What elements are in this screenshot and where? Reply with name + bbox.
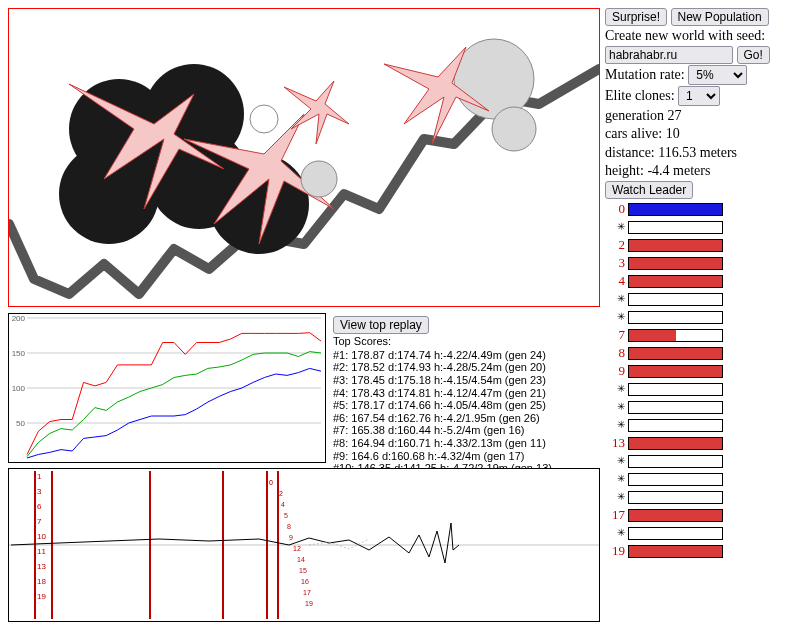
population-row: ✳ xyxy=(605,399,790,417)
new-population-button[interactable]: New Population xyxy=(671,8,769,26)
svg-text:16: 16 xyxy=(301,578,309,585)
population-index: 7 xyxy=(605,327,625,343)
population-row: ✳ xyxy=(605,291,790,309)
svg-text:7: 7 xyxy=(37,517,42,526)
seed-input[interactable] xyxy=(605,46,733,64)
population-health-bar xyxy=(628,293,723,306)
elite-label: Elite clones: xyxy=(605,88,675,103)
distance-value: 116.53 xyxy=(658,145,696,160)
top-score-line: #9: 164.6 d:160.68 h:-4.32/4m (gen 17) xyxy=(333,450,552,463)
population-row: 8 xyxy=(605,345,790,363)
population-health-bar xyxy=(628,383,723,396)
view-top-replay-button[interactable]: View top replay xyxy=(333,316,429,334)
top-score-line: #6: 167.54 d:162.76 h:-4.2/1.95m (gen 26… xyxy=(333,412,552,425)
generation-value: 27 xyxy=(668,108,682,123)
population-index: 4 xyxy=(605,273,625,289)
svg-point-11 xyxy=(492,107,536,151)
population-index: 3 xyxy=(605,255,625,271)
top-scores-header: Top Scores: xyxy=(333,335,552,348)
population-row: ✳ xyxy=(605,525,790,543)
population-row: 13 xyxy=(605,435,790,453)
surprise-button[interactable]: Surprise! xyxy=(605,8,667,26)
mutation-select[interactable]: 0%1%2%5%10%20%50%100% xyxy=(688,65,747,85)
population-dead-icon: ✳ xyxy=(605,527,625,540)
population-health-bar xyxy=(628,455,723,468)
top-score-line: #5: 178.17 d:174.66 h:-4.05/4.48m (gen 2… xyxy=(333,399,552,412)
population-index: 8 xyxy=(605,345,625,361)
population-row: 4 xyxy=(605,273,790,291)
svg-text:9: 9 xyxy=(289,534,293,541)
svg-text:150: 150 xyxy=(12,349,26,358)
mutation-label: Mutation rate: xyxy=(605,67,685,82)
population-health-bar xyxy=(628,257,723,270)
population-dead-icon: ✳ xyxy=(605,401,625,414)
population-index: 17 xyxy=(605,507,625,523)
population-row: 9 xyxy=(605,363,790,381)
svg-text:6: 6 xyxy=(37,502,42,511)
watch-leader-button[interactable]: Watch Leader xyxy=(605,181,693,199)
population-row: 0 xyxy=(605,201,790,219)
population-row: 17 xyxy=(605,507,790,525)
population-health-bar xyxy=(628,203,723,216)
population-row: ✳ xyxy=(605,309,790,327)
population-health-bar xyxy=(628,545,723,558)
svg-text:19: 19 xyxy=(305,600,313,607)
svg-rect-34 xyxy=(222,471,224,619)
svg-text:8: 8 xyxy=(287,523,291,530)
population-health-bar xyxy=(628,527,723,540)
population-health-bar xyxy=(628,239,723,252)
population-dead-icon: ✳ xyxy=(605,455,625,468)
population-row: 7 xyxy=(605,327,790,345)
svg-text:17: 17 xyxy=(303,589,311,596)
population-dead-icon: ✳ xyxy=(605,419,625,432)
svg-point-6 xyxy=(250,105,278,133)
svg-rect-35 xyxy=(266,471,268,619)
seed-prompt: Create new world with seed: xyxy=(605,27,790,45)
go-button[interactable]: Go! xyxy=(737,46,770,64)
population-dead-icon: ✳ xyxy=(605,491,625,504)
top-score-line: #3: 178.45 d:175.18 h:-4.15/4.54m (gen 2… xyxy=(333,374,552,387)
population-health-bar xyxy=(628,221,723,234)
population-dead-icon: ✳ xyxy=(605,293,625,306)
population-row: 3 xyxy=(605,255,790,273)
control-panel: Surprise! New Population Create new worl… xyxy=(605,8,790,561)
svg-text:100: 100 xyxy=(12,384,26,393)
svg-text:2: 2 xyxy=(279,490,283,497)
svg-text:11: 11 xyxy=(37,547,46,556)
svg-rect-33 xyxy=(149,471,151,619)
population-health-bar xyxy=(628,275,723,288)
score-chart: 50100150200 xyxy=(8,313,326,463)
height-value: -4.4 xyxy=(647,163,669,178)
top-score-line: #4: 178.43 d:174.81 h:-4.12/4.47m (gen 2… xyxy=(333,387,552,400)
population-health-bar xyxy=(628,419,723,432)
svg-text:50: 50 xyxy=(16,419,25,428)
population-health-bar xyxy=(628,473,723,486)
svg-text:5: 5 xyxy=(284,512,288,519)
top-score-line: #8: 164.94 d:160.71 h:-4.33/2.13m (gen 1… xyxy=(333,437,552,450)
top-score-line: #2: 178.52 d:174.93 h:-4.28/5.24m (gen 2… xyxy=(333,361,552,374)
cars-alive-value: 10 xyxy=(666,126,680,141)
population-index: 19 xyxy=(605,543,625,559)
population-row: ✳ xyxy=(605,471,790,489)
population-dead-icon: ✳ xyxy=(605,311,625,324)
svg-text:0: 0 xyxy=(269,479,273,486)
svg-text:13: 13 xyxy=(37,562,46,571)
population-row: 19 xyxy=(605,543,790,561)
population-index: 2 xyxy=(605,237,625,253)
population-dead-icon: ✳ xyxy=(605,221,625,234)
population-row: ✳ xyxy=(605,381,790,399)
population-health-bar xyxy=(628,311,723,324)
population-health-bar xyxy=(628,329,723,342)
population-health-bar xyxy=(628,509,723,522)
population-health-bar xyxy=(628,491,723,504)
population-health-bar xyxy=(628,365,723,378)
population-row: ✳ xyxy=(605,489,790,507)
elite-select[interactable]: 0123510 xyxy=(678,86,720,106)
top-score-line: #7: 165.38 d:160.44 h:-5.2/4m (gen 16) xyxy=(333,424,552,437)
svg-text:200: 200 xyxy=(12,314,26,323)
population-row: 2 xyxy=(605,237,790,255)
svg-text:1: 1 xyxy=(37,472,42,481)
svg-text:14: 14 xyxy=(297,556,305,563)
svg-text:19: 19 xyxy=(37,592,46,601)
population-dead-icon: ✳ xyxy=(605,383,625,396)
